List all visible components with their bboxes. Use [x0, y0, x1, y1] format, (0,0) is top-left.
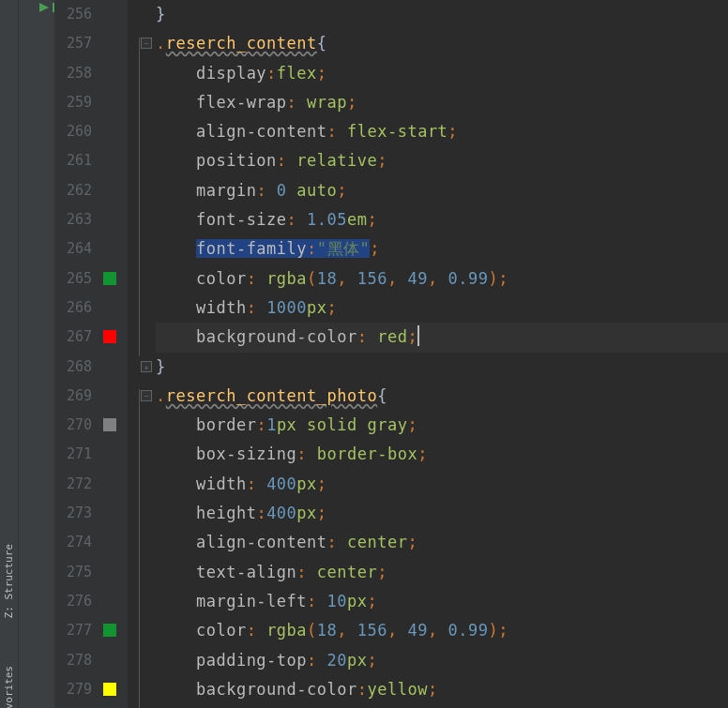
code-token: center [347, 533, 407, 551]
line-number: 271 [54, 440, 92, 469]
structure-tool-tab[interactable]: Z: Structure [3, 544, 15, 618]
code-token: : [277, 151, 296, 170]
line-number: 273 [54, 499, 92, 528]
code-line[interactable]: margin: 0 auto; [156, 176, 728, 205]
code-token: 0 [277, 181, 287, 200]
fold-gutter: −▴− [139, 0, 156, 708]
code-line[interactable]: color: rgba(18, 156, 49, 0.99); [156, 264, 728, 294]
tool-window-bar: Z: Structure avorites [0, 0, 19, 708]
code-token: ( [307, 269, 317, 288]
code-token: auto [296, 181, 337, 200]
code-token: 1000 [266, 298, 307, 317]
code-token: px [347, 651, 367, 670]
code-token: : [256, 181, 276, 200]
code-line[interactable]: padding-top: 20px; [156, 646, 728, 675]
code-token: : [307, 239, 317, 258]
play-icon[interactable] [39, 3, 49, 12]
code-token: : [296, 563, 316, 581]
code-line[interactable]: align-content: center; [156, 528, 728, 557]
code-line[interactable]: margin-left: 10px; [156, 587, 728, 616]
color-swatch[interactable] [103, 418, 116, 431]
code-token: relative [296, 151, 377, 170]
code-token: ; [447, 122, 458, 141]
code-line[interactable]: width: 400px; [156, 470, 728, 499]
code-token: : [357, 680, 368, 699]
code-line[interactable]: position: relative; [156, 146, 728, 175]
code-line[interactable]: font-family:"黑体"; [156, 234, 728, 264]
editor-area[interactable]: }.reserch_content{ display:flex; flex-wr… [156, 0, 728, 708]
code-token: ; [377, 151, 387, 170]
color-swatch[interactable] [103, 683, 116, 696]
code-line[interactable]: font-size: 1.05em; [156, 205, 728, 234]
code-token: : [247, 269, 266, 288]
code-token: margin [196, 181, 256, 200]
code-line[interactable]: height:400px; [156, 499, 728, 528]
line-number: 260 [54, 117, 92, 146]
code-token: position [196, 151, 277, 170]
code-token: . [156, 386, 166, 405]
code-token: : [287, 210, 307, 229]
code-token: ; [407, 327, 417, 346]
code-token: wrap [307, 93, 347, 112]
code-line[interactable]: .reserch_content_photo{ [156, 382, 728, 411]
code-token: background-color [196, 680, 357, 699]
code-line[interactable]: } [156, 353, 728, 382]
code-token: ; [498, 621, 508, 640]
color-swatch[interactable] [103, 272, 116, 285]
code-token: ( [307, 621, 317, 640]
text-cursor [417, 325, 419, 346]
svg-marker-0 [39, 3, 49, 12]
color-swatch[interactable] [103, 624, 116, 637]
code-token: 20 [327, 651, 347, 670]
fold-toggle-icon[interactable]: ▴ [141, 361, 152, 372]
code-line[interactable]: background-color:yellow; [156, 675, 728, 704]
code-line[interactable]: .reserch_content{ [156, 29, 728, 58]
line-number: 275 [54, 558, 92, 587]
code-token: center [317, 563, 377, 581]
code-token: color [196, 621, 247, 640]
line-number: 266 [54, 294, 92, 323]
color-swatch[interactable] [103, 330, 116, 343]
code-token: px [347, 592, 367, 610]
code-line[interactable]: border:1px solid gray; [156, 411, 728, 440]
fold-toggle-icon[interactable]: − [141, 38, 152, 49]
code-token: , [337, 621, 356, 640]
code-token: background-color [196, 327, 357, 346]
line-number: 256 [54, 0, 92, 29]
code-token: ; [368, 210, 378, 229]
line-number: 257 [54, 29, 92, 58]
code-token: : [247, 475, 266, 493]
code-token: ; [368, 592, 378, 610]
line-number: 261 [54, 146, 92, 175]
code-token: , [428, 621, 447, 640]
code-line[interactable]: } [156, 0, 728, 29]
code-token: 0.99 [447, 269, 488, 288]
code-token: ; [408, 415, 418, 434]
code-token: { [317, 34, 327, 53]
code-token: width [196, 475, 247, 493]
code-line[interactable]: box-sizing: border-box; [156, 440, 728, 469]
code-line[interactable]: align-content: flex-start; [156, 117, 728, 146]
code-line[interactable]: background-color: red; [156, 323, 728, 352]
fold-toggle-icon[interactable]: − [141, 390, 152, 401]
code-token: : [266, 64, 277, 83]
code-token: red [377, 327, 407, 346]
code-token: , [428, 269, 447, 288]
code-token: font-size [196, 210, 287, 229]
code-token: ; [377, 563, 387, 581]
code-line[interactable]: flex-wrap: wrap; [156, 88, 728, 117]
line-number: 272 [54, 470, 92, 499]
code-line[interactable]: width: 1000px; [156, 294, 728, 323]
line-number: 277 [54, 616, 92, 645]
favorites-tool-tab[interactable]: avorites [3, 666, 15, 708]
code-line[interactable]: display:flex; [156, 59, 728, 88]
code-line[interactable]: color: rgba(18, 156, 49, 0.99); [156, 616, 728, 645]
line-number: 265 [54, 264, 92, 294]
code-token: ; [417, 444, 428, 463]
code-token: : [247, 298, 266, 317]
code-token: ) [488, 269, 498, 288]
code-token: flex [277, 64, 317, 83]
line-number: 262 [54, 176, 92, 205]
code-line[interactable]: text-align: center; [156, 558, 728, 587]
line-number: 269 [54, 382, 92, 411]
